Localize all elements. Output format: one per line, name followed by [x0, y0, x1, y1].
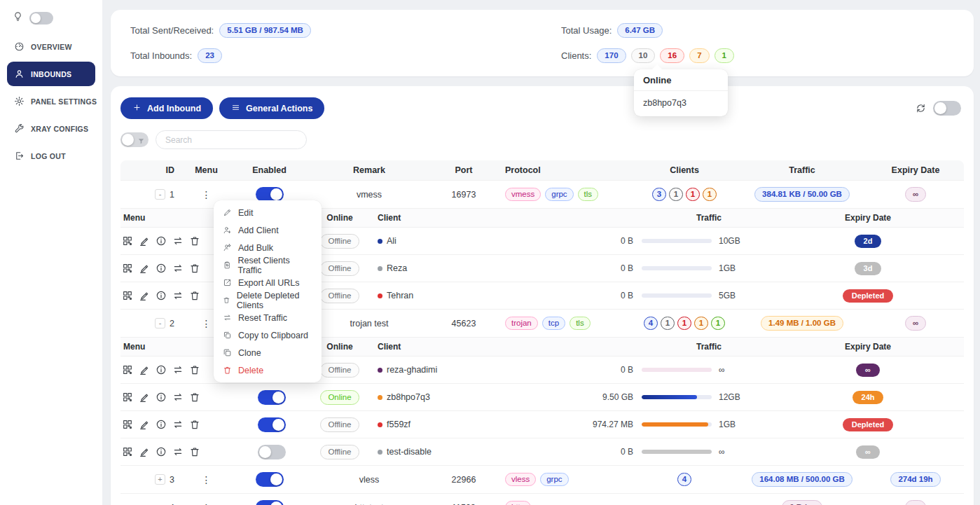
inbound-menu-button[interactable]: ⋮ — [198, 317, 216, 330]
inbound-expiry-badge: ∞ — [905, 500, 926, 505]
collapse-button[interactable]: - — [155, 318, 165, 328]
swap-icon — [172, 446, 184, 457]
sidebar-item-xray-configs[interactable]: XRAY CONFIGS — [7, 116, 95, 141]
qr-code-button[interactable] — [122, 446, 133, 457]
client-info-button[interactable] — [156, 446, 167, 457]
edit-client-button[interactable] — [139, 419, 150, 430]
client-row: Offlinef559zf974.27 MB1GBDepleted — [120, 410, 964, 438]
client-online-badge: Offline — [320, 445, 359, 459]
refresh-icon[interactable] — [916, 103, 926, 113]
delete-client-button[interactable] — [189, 263, 200, 274]
client-enabled-toggle[interactable] — [258, 417, 286, 432]
qr-icon — [122, 235, 133, 247]
client-traffic-bar — [642, 368, 712, 372]
search-input[interactable] — [156, 130, 307, 149]
delete-client-button[interactable] — [189, 364, 200, 375]
client-info-button[interactable] — [156, 419, 167, 430]
edit-client-button[interactable] — [139, 392, 150, 403]
client-expiry-badge: Depleted — [843, 289, 893, 303]
menu-lines-icon — [231, 103, 240, 112]
edit-client-button[interactable] — [139, 290, 150, 301]
delete-client-button[interactable] — [189, 419, 200, 430]
inbound-protocols: trojantcptls — [502, 317, 632, 330]
qr-code-button[interactable] — [122, 290, 133, 301]
edit-underline-icon — [139, 419, 150, 430]
context-menu-item-delete[interactable]: Delete — [214, 361, 322, 379]
edit-client-button[interactable] — [139, 446, 150, 457]
inbound-traffic-badge: 0 B / ∞ — [782, 500, 822, 505]
context-menu-item-reset-clients-traffic[interactable]: Reset Clients Traffic — [214, 256, 322, 274]
auto-refresh-toggle[interactable] — [933, 101, 961, 116]
client-info-button[interactable] — [156, 392, 167, 403]
qr-code-button[interactable] — [122, 364, 133, 375]
add-inbound-button[interactable]: Add Inbound — [120, 97, 213, 119]
context-menu-item-export-all-urls[interactable]: Export All URLs — [214, 274, 322, 291]
client-expiry-badge: ∞ — [856, 445, 880, 459]
delete-client-button[interactable] — [189, 392, 200, 403]
edit-underline-icon — [139, 446, 150, 457]
inbound-enabled-toggle[interactable] — [256, 472, 284, 487]
filter-toggle[interactable] — [120, 132, 149, 147]
sidebar-item-log-out[interactable]: LOG OUT — [7, 144, 95, 168]
client-info-button[interactable] — [156, 263, 167, 274]
context-menu-item-delete-depleted-clients[interactable]: Delete Depleted Clients — [214, 291, 322, 309]
context-menu-item-reset-traffic[interactable]: Reset Traffic — [214, 309, 322, 326]
inbound-enabled-toggle[interactable] — [256, 500, 284, 505]
context-menu-item-add-client[interactable]: Add Client — [214, 221, 322, 239]
context-menu-item-clone[interactable]: Clone — [214, 344, 322, 361]
client-info-button[interactable] — [156, 290, 167, 301]
context-menu-item-edit[interactable]: Edit — [214, 204, 322, 221]
inbound-expiry-badge: ∞ — [905, 187, 926, 202]
collapse-button[interactable]: - — [155, 189, 165, 200]
reset-client-traffic-button[interactable] — [172, 263, 184, 274]
qr-code-button[interactable] — [122, 392, 133, 403]
client-traffic-used: 0 B — [574, 291, 637, 300]
expand-button[interactable]: + — [155, 474, 165, 485]
edit-client-button[interactable] — [139, 235, 150, 247]
qr-code-button[interactable] — [122, 263, 133, 274]
delete-client-button[interactable] — [189, 235, 200, 247]
inbound-protocols: vlessgrpc — [502, 473, 632, 486]
reset-client-traffic-button[interactable] — [172, 392, 184, 403]
delete-client-button[interactable] — [189, 290, 200, 301]
general-actions-button[interactable]: General Actions — [219, 97, 324, 119]
inbound-enabled-toggle[interactable] — [256, 187, 284, 202]
context-menu-item-copy-to-clipboard[interactable]: Copy to Clipboard — [214, 326, 322, 344]
edit-client-button[interactable] — [139, 263, 150, 274]
sidebar-item-inbounds[interactable]: INBOUNDS — [7, 62, 95, 86]
edit-client-button[interactable] — [139, 364, 150, 375]
edit-underline-icon — [139, 364, 150, 375]
info-icon — [156, 446, 167, 457]
client-name-cell: reza-ghadimi — [375, 365, 574, 375]
qr-code-button[interactable] — [122, 419, 133, 430]
inbound-menu-button[interactable]: ⋮ — [198, 501, 216, 505]
client-info-button[interactable] — [156, 364, 167, 375]
client-column-client: Client — [375, 213, 574, 223]
client-enabled-toggle[interactable] — [258, 390, 286, 405]
protocol-tag-tls: tls — [570, 317, 591, 330]
client-info-button[interactable] — [156, 235, 167, 247]
sidebar-item-overview[interactable]: OVERVIEW — [7, 34, 95, 59]
delete-client-button[interactable] — [189, 446, 200, 457]
plus-icon — [132, 103, 142, 112]
context-menu-item-add-bulk[interactable]: Add Bulk — [214, 239, 322, 256]
reset-client-traffic-button[interactable] — [172, 235, 184, 247]
reset-client-traffic-button[interactable] — [172, 419, 184, 430]
reset-client-traffic-button[interactable] — [172, 446, 184, 457]
qr-code-button[interactable] — [122, 235, 133, 247]
qr-icon — [122, 392, 133, 403]
inbound-traffic-badge: 164.08 MB / 500.00 GB — [752, 472, 852, 487]
inbound-menu-button[interactable]: ⋮ — [198, 473, 216, 486]
client-row: Onlinezb8hpo7q39.50 GB12GB24h — [120, 383, 964, 410]
export-icon — [223, 278, 232, 287]
menu-lines-icon — [231, 103, 240, 114]
info-icon — [156, 263, 167, 274]
theme-toggle[interactable] — [29, 12, 53, 25]
sidebar-item-panel-settings[interactable]: PANEL SETTINGS — [7, 89, 95, 113]
reset-client-traffic-button[interactable] — [172, 364, 184, 375]
inbound-menu-button[interactable]: ⋮ — [198, 188, 216, 201]
client-enabled-toggle[interactable] — [258, 445, 286, 459]
client-online-badge: Online — [320, 390, 359, 405]
reset-client-traffic-button[interactable] — [172, 290, 184, 301]
client-column-expiry: Expiry Date — [780, 213, 955, 223]
